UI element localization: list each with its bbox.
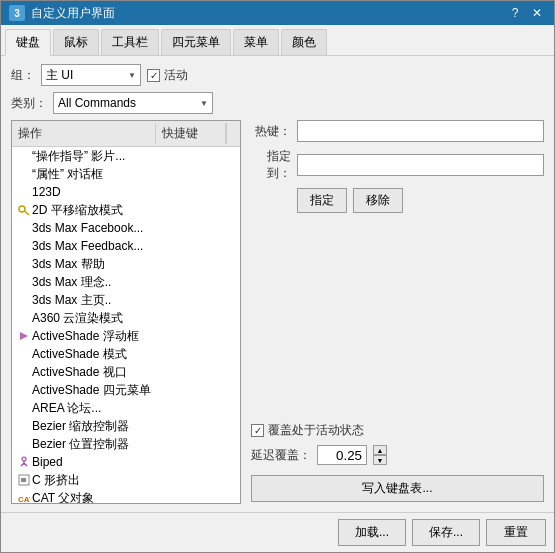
reset-button[interactable]: 重置 [486,519,546,546]
tab-menu[interactable]: 菜单 [233,29,279,55]
hotkey-label: 热键： [251,123,291,140]
activeshade-icon [16,329,32,343]
list-item-icon [16,383,32,397]
right-panel: 热键： 指定到： 指定 移除 覆盖处于活动状态 延迟覆盖： [251,120,544,504]
list-item[interactable]: CAT CAT 父对象 [12,489,240,503]
col-key-header: 快捷键 [156,123,226,144]
cover-label: 覆盖处于活动状态 [268,422,364,439]
tab-quad-menu[interactable]: 四元菜单 [161,29,231,55]
list-item-icon [16,365,32,379]
spinner-down[interactable]: ▼ [373,455,387,465]
list-item-text: ActiveShade 模式 [32,346,176,363]
active-checkbox[interactable] [147,69,160,82]
group-label: 组： [11,67,35,84]
list-item-text: Biped [32,455,176,469]
title-controls: ? ✕ [506,5,546,21]
hotkey-input[interactable] [297,120,544,142]
title-bar-left: 3 自定义用户界面 [9,5,115,22]
list-item-text: 3ds Max Facebook... [32,221,176,235]
list-item[interactable]: A360 云渲染模式 [12,309,240,327]
svg-line-1 [25,211,30,215]
list-item[interactable]: 2D 平移缩放模式 [12,201,240,219]
write-keyboard-button[interactable]: 写入键盘表... [251,475,544,502]
category-label: 类别： [11,95,47,112]
list-item-text: AREA 论坛... [32,400,176,417]
list-item[interactable]: AREA 论坛... [12,399,240,417]
save-button[interactable]: 保存... [412,519,480,546]
list-item[interactable]: ActiveShade 浮动框 [12,327,240,345]
remove-button[interactable]: 移除 [353,188,403,213]
list-item-text: 123D [32,185,176,199]
list-item[interactable]: ActiveShade 模式 [12,345,240,363]
list-item-text: C 形挤出 [32,472,176,489]
svg-rect-8 [21,478,26,482]
cover-checkbox[interactable] [251,424,264,437]
group-select[interactable]: 主 UI ▼ [41,64,141,86]
list-item[interactable]: Bezier 位置控制器 [12,435,240,453]
category-select[interactable]: All Commands ▼ [53,92,213,114]
list-header: 操作 快捷键 [12,121,240,147]
svg-point-3 [22,457,26,461]
spinner-up[interactable]: ▲ [373,445,387,455]
assigned-input[interactable] [297,154,544,176]
assign-button[interactable]: 指定 [297,188,347,213]
load-button[interactable]: 加载... [338,519,406,546]
list-item[interactable]: Bezier 缩放控制器 [12,417,240,435]
hotkey-row: 热键： [251,120,544,142]
close-button[interactable]: ✕ [528,5,546,21]
tab-keyboard[interactable]: 键盘 [5,29,51,56]
list-item-text: ActiveShade 四元菜单 [32,382,176,399]
list-item-text: 2D 平移缩放模式 [32,202,176,219]
list-item[interactable]: “操作指导” 影片... [12,147,240,165]
list-item-icon [16,239,32,253]
list-item-text: 3ds Max 帮助 [32,256,176,273]
list-item[interactable]: 3ds Max 帮助 [12,255,240,273]
list-item-icon [16,293,32,307]
assigned-label: 指定到： [251,148,291,182]
list-item-text: ActiveShade 浮动框 [32,328,176,345]
list-item-icon [16,275,32,289]
list-panel: 操作 快捷键 “操作指导” 影片... “属性” 对话框 [11,120,241,504]
tab-toolbar[interactable]: 工具栏 [101,29,159,55]
key-icon [16,203,32,217]
active-checkbox-row: 活动 [147,67,188,84]
delay-input[interactable] [317,445,367,465]
list-item[interactable]: 123D [12,183,240,201]
delay-label: 延迟覆盖： [251,447,311,464]
tab-mouse[interactable]: 鼠标 [53,29,99,55]
help-button[interactable]: ? [506,5,524,21]
list-item[interactable]: 3ds Max 理念.. [12,273,240,291]
category-row: 类别： All Commands ▼ [11,92,544,114]
title-bar: 3 自定义用户界面 ? ✕ [1,1,554,25]
list-item-text: ActiveShade 视口 [32,364,176,381]
tab-bar: 键盘 鼠标 工具栏 四元菜单 菜单 颜色 [1,25,554,56]
footer: 加载... 保存... 重置 [1,512,554,552]
list-item-icon [16,221,32,235]
list-item[interactable]: “属性” 对话框 [12,165,240,183]
group-select-arrow: ▼ [128,71,136,80]
svg-point-0 [19,206,25,212]
assign-btn-row: 指定 移除 [297,188,544,213]
list-item[interactable]: ActiveShade 视口 [12,363,240,381]
window-title: 自定义用户界面 [31,5,115,22]
delay-spinner: ▲ ▼ [373,445,387,465]
biped-icon [16,455,32,469]
list-item[interactable]: C 形挤出 [12,471,240,489]
list-item-text: CAT 父对象 [32,490,176,504]
list-item-text: “属性” 对话框 [32,166,176,183]
category-select-arrow: ▼ [200,99,208,108]
list-item[interactable]: 3ds Max 主页.. [12,291,240,309]
list-item-icon [16,257,32,271]
list-item[interactable]: Biped [12,453,240,471]
list-item[interactable]: 3ds Max Facebook... [12,219,240,237]
list-item[interactable]: ActiveShade 四元菜单 [12,381,240,399]
list-item-text: 3ds Max Feedback... [32,239,176,253]
list-item-text: “操作指导” 影片... [32,148,176,165]
list-item-icon [16,419,32,433]
list-item[interactable]: 3ds Max Feedback... [12,237,240,255]
tab-color[interactable]: 颜色 [281,29,327,55]
list-item-text: A360 云渲染模式 [32,310,176,327]
list-item-icon [16,347,32,361]
list-item-icon [16,437,32,451]
list-scroll[interactable]: “操作指导” 影片... “属性” 对话框 123D [12,147,240,503]
